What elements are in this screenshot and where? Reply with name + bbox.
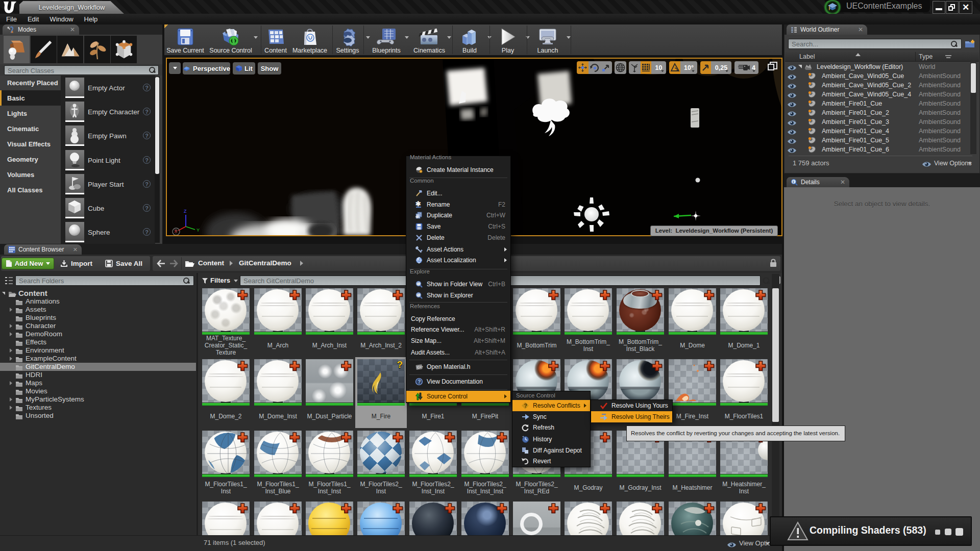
svg-text:✱: ✱	[415, 201, 421, 208]
svg-text:Z: Z	[184, 209, 187, 214]
svg-text:i: i	[793, 180, 794, 184]
svg-text:?: ?	[175, 229, 178, 235]
svg-text:?: ?	[418, 379, 421, 385]
svg-text:Y: Y	[197, 228, 200, 233]
svg-text:?: ?	[524, 403, 527, 409]
